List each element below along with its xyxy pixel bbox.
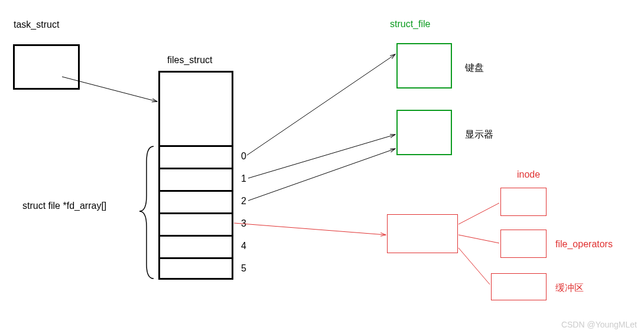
fd-row-2 [158, 190, 233, 212]
line-redfile-buffer [458, 248, 490, 284]
arrow-fd0-keyboard [247, 54, 395, 155]
label-buffer: 缓冲区 [555, 282, 584, 294]
line-redfile-inode [458, 203, 499, 224]
box-file-operators [500, 230, 547, 258]
box-buffer [491, 273, 547, 300]
label-files-struct: files_struct [167, 55, 212, 66]
label-inode: inode [517, 169, 540, 180]
curly-brace [139, 146, 154, 279]
arrow-fd1-display [248, 135, 395, 178]
connectors [0, 0, 644, 334]
fd-row-1 [158, 168, 233, 190]
box-struct-file-display [396, 110, 452, 155]
index-1: 1 [241, 173, 246, 184]
label-keyboard: 键盘 [465, 62, 484, 74]
label-display: 显示器 [465, 129, 493, 141]
arrow-fd3-redfile [234, 223, 386, 235]
index-2: 2 [241, 196, 246, 207]
index-0: 0 [241, 151, 246, 162]
box-redfile [387, 214, 458, 253]
box-files-struct-top [158, 71, 233, 145]
fd-row-5 [158, 257, 233, 280]
box-inode [500, 188, 547, 216]
label-file-operators: file_operators [555, 239, 613, 250]
fd-row-0 [158, 145, 233, 168]
label-fd-array: struct file *fd_array[] [22, 201, 106, 211]
box-struct-file-keyboard [396, 43, 452, 89]
watermark: CSDN @YoungMLet [561, 320, 637, 329]
index-4: 4 [241, 241, 246, 251]
index-5: 5 [241, 263, 246, 274]
index-3: 3 [241, 218, 246, 229]
fd-row-4 [158, 235, 233, 257]
label-task-struct: task_struct [14, 19, 59, 30]
box-task-struct [13, 44, 80, 90]
label-struct-file: struct_file [390, 19, 430, 30]
fd-row-3 [158, 212, 233, 235]
arrow-fd2-display [248, 149, 395, 201]
line-redfile-fileops [458, 235, 499, 243]
